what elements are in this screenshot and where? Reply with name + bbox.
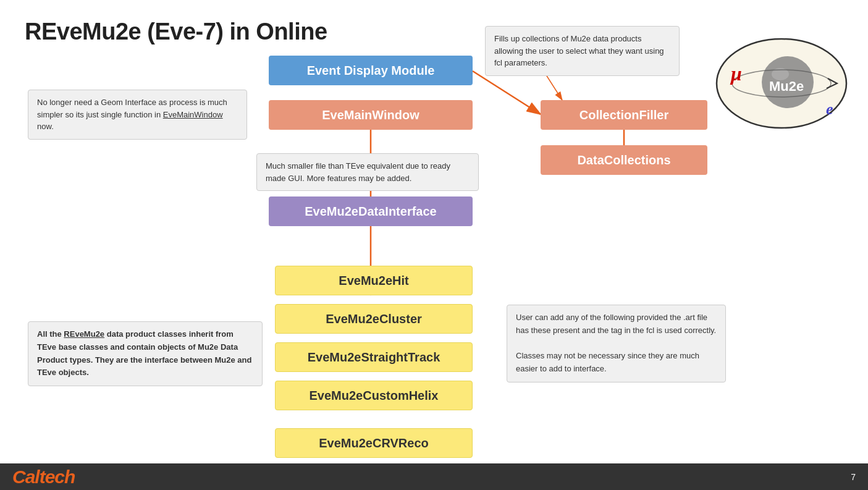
footer-page-number: 7 [851,472,856,482]
svg-line-3 [473,71,541,114]
eve-mu2e-cluster-box: EveMu2eCluster [275,304,473,334]
fills-note: Fills up collections of Mu2e data produc… [485,26,680,76]
eve-mu2e-custom-helix-box: EveMu2eCustomHelix [275,381,473,410]
svg-text:μ: μ [730,62,742,85]
eve-main-window-box: EveMainWindow [269,100,473,130]
eve-mu2e-crv-reco-box: EveMu2eCRVReco [275,428,473,458]
slide: REveMu2e (Eve-7) in Online Event Display… [0,0,868,463]
svg-text:Mu2e: Mu2e [769,78,804,94]
mu2e-logo: μ Mu2e e [714,34,849,130]
eve-mu2e-hit-box: EveMu2eHit [275,266,473,295]
file-note: Much smaller file than TEve equivalent d… [256,153,479,191]
data-product-note: All the REveMu2e data product classes in… [28,321,263,386]
eve-mu2e-data-interface-box: EveMu2eDataInterface [269,196,473,226]
user-note: User can add any of the following provid… [507,305,726,382]
data-collections-box: DataCollections [541,145,707,175]
eve-mu2e-straight-track-box: EveMu2eStraightTrack [275,342,473,372]
footer-caltech-logo: Caltech [12,467,75,488]
event-display-module-box: Event Display Module [269,56,473,85]
collection-filler-box: CollectionFiller [541,100,707,130]
geom-note: No longer need a Geom Interface as proce… [28,90,247,140]
footer: Caltech 7 [0,463,868,490]
svg-text:e: e [826,100,833,118]
